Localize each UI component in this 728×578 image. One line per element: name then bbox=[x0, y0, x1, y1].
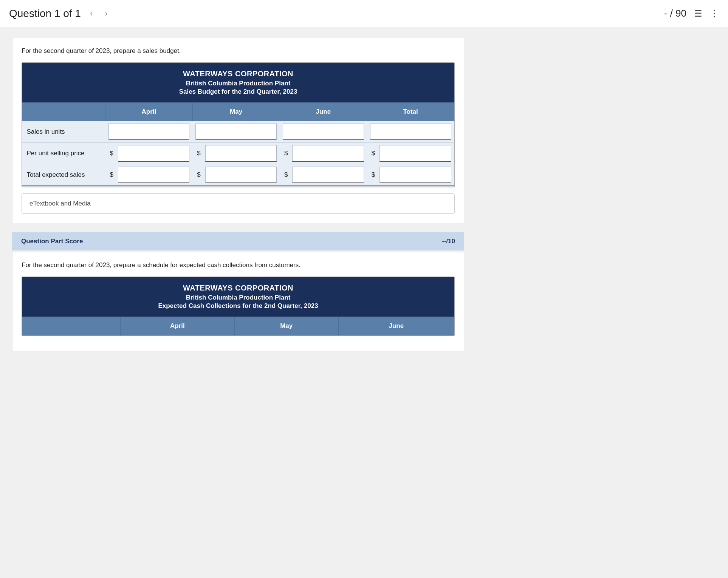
april-units-cell bbox=[105, 121, 193, 143]
april-price-input[interactable] bbox=[118, 145, 189, 162]
cash-header-label bbox=[22, 317, 121, 335]
grand-total-input[interactable] bbox=[379, 167, 451, 183]
may-total-dollar: $ bbox=[192, 164, 202, 187]
list-icon[interactable]: ☰ bbox=[694, 8, 702, 19]
may-units-input[interactable] bbox=[195, 124, 277, 140]
cash-header-june: June bbox=[338, 317, 454, 335]
nav-next-button[interactable]: › bbox=[102, 7, 110, 20]
june-price-dollar: $ bbox=[280, 143, 289, 164]
instruction-text-2: For the second quarter of 2023, prepare … bbox=[22, 261, 455, 269]
may-price-cell bbox=[202, 143, 280, 164]
cash-corp-name: WATERWAYS CORPORATION bbox=[26, 284, 450, 292]
june-units-cell bbox=[280, 121, 367, 143]
column-header-row: April May June Total bbox=[22, 103, 454, 121]
table-dark-header: WATERWAYS CORPORATION British Columbia P… bbox=[22, 63, 454, 102]
april-price-cell bbox=[115, 143, 192, 164]
grand-total-dollar: $ bbox=[367, 164, 376, 187]
total-price-dollar: $ bbox=[367, 143, 376, 164]
header-june: June bbox=[280, 103, 367, 121]
table-row-total-sales: Total expected sales $ $ $ $ bbox=[22, 164, 454, 187]
total-price-cell bbox=[376, 143, 454, 164]
grand-total-cell bbox=[376, 164, 454, 187]
label-total-sales: Total expected sales bbox=[22, 164, 105, 187]
cash-collections-dark-header: WATERWAYS CORPORATION British Columbia P… bbox=[22, 277, 454, 317]
score-label: - / 90 bbox=[664, 8, 686, 19]
april-total-input[interactable] bbox=[118, 167, 189, 183]
april-total-cell bbox=[115, 164, 192, 187]
table-row-sales-units: Sales in units bbox=[22, 121, 454, 143]
corp-sub: British Columbia Production Plant bbox=[26, 80, 450, 87]
june-price-cell bbox=[289, 143, 367, 164]
may-units-cell bbox=[192, 121, 280, 143]
top-bar: Question 1 of 1 ‹ › - / 90 ☰ ⋮ bbox=[0, 0, 728, 27]
april-total-dollar: $ bbox=[105, 164, 115, 187]
total-units-input[interactable] bbox=[370, 124, 451, 140]
part-score-label: Question Part Score bbox=[21, 238, 83, 245]
header-may: May bbox=[192, 103, 280, 121]
more-options-icon[interactable]: ⋮ bbox=[710, 8, 719, 19]
part-score-bar: Question Part Score --/10 bbox=[12, 232, 464, 250]
header-april: April bbox=[105, 103, 193, 121]
etextbook-box: eTextbook and Media bbox=[22, 193, 455, 214]
may-price-input[interactable] bbox=[205, 145, 277, 162]
total-price-input[interactable] bbox=[379, 145, 451, 162]
may-price-dollar: $ bbox=[192, 143, 202, 164]
june-total-input[interactable] bbox=[292, 167, 364, 183]
june-price-input[interactable] bbox=[292, 145, 364, 162]
cash-collections-table: April May June bbox=[22, 317, 454, 335]
header-label-col bbox=[22, 103, 105, 121]
main-content: For the second quarter of 2023, prepare … bbox=[0, 27, 476, 362]
instruction-text-1: For the second quarter of 2023, prepare … bbox=[22, 47, 455, 55]
table-row-per-unit-price: Per unit selling price $ $ $ bbox=[22, 143, 454, 164]
june-total-dollar: $ bbox=[280, 164, 289, 187]
total-units-cell bbox=[367, 121, 454, 143]
may-total-input[interactable] bbox=[205, 167, 277, 183]
cash-column-header-row: April May June bbox=[22, 317, 454, 335]
corp-title: Sales Budget for the 2nd Quarter, 2023 bbox=[26, 88, 450, 96]
corp-name: WATERWAYS CORPORATION bbox=[26, 70, 450, 78]
cash-header-may: May bbox=[234, 317, 338, 335]
top-bar-left: Question 1 of 1 ‹ › bbox=[9, 7, 111, 20]
header-total: Total bbox=[367, 103, 454, 121]
label-sales-units: Sales in units bbox=[22, 121, 105, 143]
june-units-input[interactable] bbox=[283, 124, 364, 140]
cash-collections-table-wrapper: WATERWAYS CORPORATION British Columbia P… bbox=[22, 277, 455, 336]
cash-header-april: April bbox=[121, 317, 235, 335]
part-score-value: --/10 bbox=[442, 238, 455, 245]
section-sales-budget: For the second quarter of 2023, prepare … bbox=[12, 38, 464, 223]
cash-corp-title: Expected Cash Collections for the 2nd Qu… bbox=[26, 302, 450, 310]
nav-prev-button[interactable]: ‹ bbox=[87, 7, 96, 20]
section-cash-collections: For the second quarter of 2023, prepare … bbox=[12, 252, 464, 351]
june-total-cell bbox=[289, 164, 367, 187]
question-label: Question 1 of 1 bbox=[9, 8, 81, 20]
sales-budget-table-wrapper: WATERWAYS CORPORATION British Columbia P… bbox=[22, 62, 455, 187]
top-bar-right: - / 90 ☰ ⋮ bbox=[664, 8, 719, 19]
may-total-cell bbox=[202, 164, 280, 187]
etextbook-label: eTextbook and Media bbox=[29, 200, 91, 207]
cash-corp-sub: British Columbia Production Plant bbox=[26, 294, 450, 301]
sales-budget-table: April May June Total Sales in units bbox=[22, 102, 454, 187]
label-per-unit-price: Per unit selling price bbox=[22, 143, 105, 164]
april-price-dollar: $ bbox=[105, 143, 115, 164]
april-units-input[interactable] bbox=[108, 124, 190, 140]
